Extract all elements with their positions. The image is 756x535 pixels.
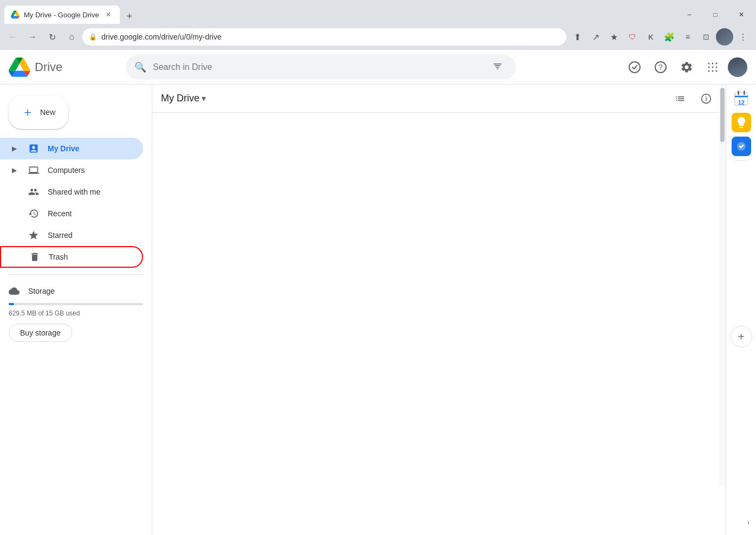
search-box[interactable]: 🔍 (126, 55, 516, 80)
sidebar-item-computers[interactable]: ▶ Computers (0, 159, 143, 181)
breadcrumb: My Drive ▾ (161, 93, 206, 104)
svg-point-0 (629, 62, 640, 73)
starred-label: Starred (48, 231, 73, 240)
plus-icon: + (738, 331, 745, 343)
sidebar-item-recent[interactable]: Recent (0, 203, 143, 224)
url-text: drive.google.com/drive/u/0/my-drive (101, 33, 560, 41)
drive-name: Drive (35, 60, 62, 74)
browser-chrome: My Drive - Google Drive ✕ + – □ ✕ ← → ↻ … (0, 0, 756, 50)
trash-icon (29, 252, 40, 262)
panel-tasks-button[interactable] (732, 137, 751, 156)
main-content: ＋ New ▶ My Drive ▶ (0, 85, 756, 535)
recent-icon (28, 208, 39, 219)
app-header: Drive 🔍 (0, 50, 756, 85)
tab-close-button[interactable]: ✕ (104, 10, 113, 20)
google-apps-button[interactable] (702, 56, 723, 78)
address-bar-row: ← → ↻ ⌂ 🔒 drive.google.com/drive/u/0/my-… (0, 24, 756, 50)
bookmark-icon[interactable]: ★ (605, 28, 623, 46)
search-bar: 🔍 (126, 55, 516, 80)
trash-label: Trash (49, 253, 68, 261)
tab-bar: My Drive - Google Drive ✕ + – □ ✕ (0, 0, 756, 24)
drive-logo[interactable]: Drive (9, 56, 117, 78)
svg-text:12: 12 (738, 99, 745, 106)
storage-usage-text: 629.5 MB of 15 GB used (9, 310, 143, 317)
help-button[interactable]: ? (650, 56, 671, 78)
app-container: Drive 🔍 (0, 50, 756, 535)
svg-point-9 (708, 70, 710, 72)
svg-point-5 (716, 62, 718, 64)
browser-toolbar-icons: ⬆ ↗ ★ 🛡 K 🧩 ≡ ⊡ ⋮ (568, 28, 752, 46)
sidebar-item-my-drive[interactable]: ▶ My Drive (0, 138, 143, 159)
content-area: My Drive ▾ (152, 85, 726, 535)
storage-section: Storage 629.5 MB of 15 GB used Buy stora… (0, 281, 152, 346)
search-input[interactable] (153, 62, 481, 72)
buy-storage-button[interactable]: Buy storage (9, 324, 72, 342)
my-drive-label: My Drive (48, 144, 79, 153)
panel-keep-button[interactable] (732, 113, 751, 132)
maximize-button[interactable]: □ (703, 5, 728, 24)
panel-add-apps-button[interactable]: + (731, 326, 752, 347)
extensions-icon[interactable]: 🧩 (661, 28, 678, 46)
forward-button[interactable]: → (24, 28, 41, 46)
search-icon: 🔍 (134, 61, 146, 73)
storage-bar-container (9, 303, 143, 305)
header-actions: ? (624, 56, 747, 78)
search-filter-icon[interactable] (488, 57, 507, 77)
settings-button[interactable] (676, 56, 697, 78)
scrollbar-track[interactable] (719, 113, 726, 485)
computers-icon (28, 165, 39, 176)
split-view-icon[interactable]: ⊡ (697, 28, 715, 46)
close-button[interactable]: ✕ (729, 5, 754, 24)
extension-icon-1[interactable]: 🛡 (624, 28, 641, 46)
svg-point-8 (716, 66, 718, 68)
new-tab-button[interactable]: + (122, 9, 137, 24)
address-bar[interactable]: 🔒 drive.google.com/drive/u/0/my-drive (82, 28, 566, 46)
sidebar-item-starred[interactable]: Starred (0, 224, 143, 246)
shared-with-me-label: Shared with me (48, 188, 100, 196)
svg-rect-16 (735, 96, 748, 98)
new-button[interactable]: ＋ New (9, 95, 68, 129)
minimize-button[interactable]: – (677, 5, 702, 24)
tab-favicon (11, 10, 20, 19)
content-body (152, 113, 726, 535)
panel-calendar-button[interactable]: 12 (732, 89, 751, 108)
browser-menu-icon[interactable]: ⋮ (734, 28, 752, 46)
sidebar: ＋ New ▶ My Drive ▶ (0, 85, 152, 535)
svg-point-6 (708, 66, 710, 68)
panel-expand-area: › (726, 514, 756, 531)
breadcrumb-my-drive[interactable]: My Drive (161, 93, 199, 104)
sidebar-item-trash[interactable]: Trash (0, 246, 143, 268)
user-avatar[interactable] (728, 57, 747, 77)
reload-button[interactable]: ↻ (43, 28, 61, 46)
storage-text-label: Storage (28, 287, 55, 295)
panel-expand-button[interactable]: › (743, 514, 754, 531)
scrollbar-thumb[interactable] (720, 113, 725, 142)
info-button[interactable] (695, 88, 717, 109)
status-check-button[interactable] (624, 56, 645, 78)
extension-icon-2[interactable]: K (642, 28, 660, 46)
svg-point-10 (712, 70, 714, 72)
sidebar-item-shared-with-me[interactable]: Shared with me (0, 181, 143, 203)
computers-label: Computers (48, 166, 85, 175)
expand-icon-my-drive: ▶ (9, 143, 20, 154)
cast-icon[interactable]: ⬆ (568, 28, 586, 46)
expand-icon-computers: ▶ (9, 165, 20, 176)
tab-search-icon[interactable]: ≡ (679, 28, 696, 46)
content-toolbar: My Drive ▾ (152, 85, 726, 113)
lock-icon: 🔒 (89, 33, 97, 41)
list-view-button[interactable] (669, 88, 691, 109)
storage-label: Storage (9, 286, 143, 296)
home-button[interactable]: ⌂ (63, 28, 80, 46)
panel-divider (735, 160, 748, 161)
window-controls: – □ ✕ (677, 5, 756, 24)
browser-profile-avatar[interactable] (716, 28, 733, 46)
toolbar-right (669, 88, 717, 109)
back-button[interactable]: ← (4, 28, 22, 46)
breadcrumb-dropdown-icon[interactable]: ▾ (202, 93, 206, 104)
sidebar-divider (9, 274, 143, 275)
svg-point-11 (716, 70, 718, 72)
svg-text:?: ? (658, 63, 663, 72)
share-icon[interactable]: ↗ (587, 28, 604, 46)
shared-with-me-icon (28, 186, 39, 197)
active-tab[interactable]: My Drive - Google Drive ✕ (4, 5, 120, 24)
